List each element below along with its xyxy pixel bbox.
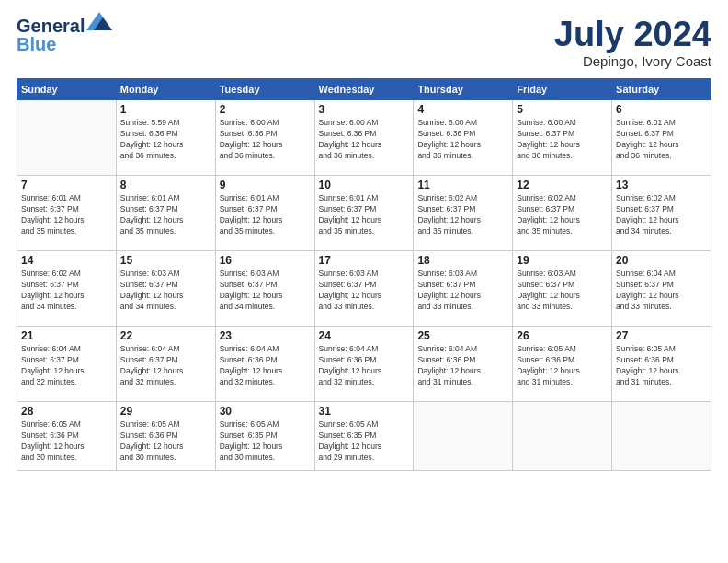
day-cell: 3Sunrise: 6:00 AM Sunset: 6:36 PM Daylig… (314, 100, 414, 176)
day-cell (414, 402, 513, 471)
day-detail: Sunrise: 6:03 AM Sunset: 6:37 PM Dayligh… (319, 269, 410, 313)
title-block: July 2024 Depingo, Ivory Coast (554, 17, 711, 69)
day-cell: 23Sunrise: 6:04 AM Sunset: 6:36 PM Dayli… (215, 327, 314, 402)
day-number: 26 (517, 329, 608, 342)
day-cell: 13Sunrise: 6:02 AM Sunset: 6:37 PM Dayli… (612, 176, 711, 251)
day-number: 3 (319, 103, 410, 116)
day-cell: 14Sunrise: 6:02 AM Sunset: 6:37 PM Dayli… (17, 251, 117, 327)
day-detail: Sunrise: 6:01 AM Sunset: 6:37 PM Dayligh… (319, 193, 410, 237)
header-cell-saturday: Saturday (612, 79, 711, 100)
day-detail: Sunrise: 6:01 AM Sunset: 6:37 PM Dayligh… (120, 193, 211, 237)
day-number: 13 (616, 178, 707, 191)
day-number: 19 (517, 254, 608, 267)
day-detail: Sunrise: 6:05 AM Sunset: 6:35 PM Dayligh… (220, 419, 311, 464)
logo-icon (86, 12, 116, 41)
calendar-body: 1Sunrise: 5:59 AM Sunset: 6:36 PM Daylig… (17, 100, 711, 471)
day-detail: Sunrise: 6:03 AM Sunset: 6:37 PM Dayligh… (220, 269, 311, 313)
day-number: 14 (21, 254, 112, 267)
day-detail: Sunrise: 6:04 AM Sunset: 6:37 PM Dayligh… (21, 344, 112, 388)
month-title: July 2024 (554, 17, 711, 52)
header-cell-tuesday: Tuesday (215, 79, 314, 100)
day-cell: 19Sunrise: 6:03 AM Sunset: 6:37 PM Dayli… (513, 251, 612, 327)
day-number: 4 (417, 103, 508, 116)
week-row-5: 28Sunrise: 6:05 AM Sunset: 6:36 PM Dayli… (17, 402, 711, 471)
day-cell: 15Sunrise: 6:03 AM Sunset: 6:37 PM Dayli… (116, 251, 215, 327)
header: GeneralBlue July 2024 Depingo, Ivory Coa… (17, 17, 711, 69)
day-cell: 28Sunrise: 6:05 AM Sunset: 6:36 PM Dayli… (17, 402, 117, 471)
day-detail: Sunrise: 6:04 AM Sunset: 6:37 PM Dayligh… (120, 344, 211, 388)
day-detail: Sunrise: 6:01 AM Sunset: 6:37 PM Dayligh… (220, 193, 311, 237)
day-number: 15 (120, 254, 211, 267)
day-number: 18 (417, 254, 508, 267)
day-cell: 16Sunrise: 6:03 AM Sunset: 6:37 PM Dayli… (215, 251, 314, 327)
day-detail: Sunrise: 6:04 AM Sunset: 6:37 PM Dayligh… (616, 269, 707, 313)
day-number: 2 (220, 103, 311, 116)
day-number: 30 (220, 405, 311, 418)
day-detail: Sunrise: 6:05 AM Sunset: 6:36 PM Dayligh… (21, 419, 112, 464)
day-number: 21 (21, 329, 112, 342)
day-number: 1 (120, 103, 211, 116)
day-number: 20 (616, 254, 707, 267)
day-cell: 12Sunrise: 6:02 AM Sunset: 6:37 PM Dayli… (513, 176, 612, 251)
day-cell: 26Sunrise: 6:05 AM Sunset: 6:36 PM Dayli… (513, 327, 612, 402)
day-detail: Sunrise: 6:04 AM Sunset: 6:36 PM Dayligh… (319, 344, 410, 388)
day-number: 27 (616, 329, 707, 342)
logo-text: GeneralBlue (17, 17, 85, 53)
day-detail: Sunrise: 6:04 AM Sunset: 6:36 PM Dayligh… (220, 344, 311, 388)
day-detail: Sunrise: 6:02 AM Sunset: 6:37 PM Dayligh… (21, 269, 112, 313)
day-detail: Sunrise: 6:01 AM Sunset: 6:37 PM Dayligh… (21, 193, 112, 237)
day-detail: Sunrise: 6:02 AM Sunset: 6:37 PM Dayligh… (417, 193, 508, 237)
day-number: 23 (220, 329, 311, 342)
day-cell (17, 100, 117, 176)
day-detail: Sunrise: 6:05 AM Sunset: 6:35 PM Dayligh… (319, 419, 410, 464)
location-title: Depingo, Ivory Coast (554, 53, 711, 69)
day-detail: Sunrise: 5:59 AM Sunset: 6:36 PM Dayligh… (120, 118, 211, 162)
week-row-4: 21Sunrise: 6:04 AM Sunset: 6:37 PM Dayli… (17, 327, 711, 402)
day-cell: 4Sunrise: 6:00 AM Sunset: 6:36 PM Daylig… (414, 100, 513, 176)
day-detail: Sunrise: 6:05 AM Sunset: 6:36 PM Dayligh… (517, 344, 608, 388)
day-cell: 25Sunrise: 6:04 AM Sunset: 6:36 PM Dayli… (414, 327, 513, 402)
day-detail: Sunrise: 6:00 AM Sunset: 6:36 PM Dayligh… (319, 118, 410, 162)
day-number: 6 (616, 103, 707, 116)
day-cell: 29Sunrise: 6:05 AM Sunset: 6:36 PM Dayli… (116, 402, 215, 471)
day-cell: 22Sunrise: 6:04 AM Sunset: 6:37 PM Dayli… (116, 327, 215, 402)
day-number: 28 (21, 405, 112, 418)
day-cell (513, 402, 612, 471)
logo: GeneralBlue (17, 17, 116, 53)
header-cell-sunday: Sunday (17, 79, 117, 100)
day-cell: 10Sunrise: 6:01 AM Sunset: 6:37 PM Dayli… (314, 176, 414, 251)
header-cell-monday: Monday (116, 79, 215, 100)
header-cell-wednesday: Wednesday (314, 79, 414, 100)
day-detail: Sunrise: 6:02 AM Sunset: 6:37 PM Dayligh… (616, 193, 707, 237)
day-number: 10 (319, 178, 410, 191)
day-detail: Sunrise: 6:04 AM Sunset: 6:36 PM Dayligh… (417, 344, 508, 388)
day-cell: 5Sunrise: 6:00 AM Sunset: 6:37 PM Daylig… (513, 100, 612, 176)
day-number: 25 (417, 329, 508, 342)
day-detail: Sunrise: 6:00 AM Sunset: 6:36 PM Dayligh… (220, 118, 311, 162)
calendar-header-row: SundayMondayTuesdayWednesdayThursdayFrid… (17, 79, 711, 100)
week-row-1: 1Sunrise: 5:59 AM Sunset: 6:36 PM Daylig… (17, 100, 711, 176)
day-cell: 18Sunrise: 6:03 AM Sunset: 6:37 PM Dayli… (414, 251, 513, 327)
day-cell: 2Sunrise: 6:00 AM Sunset: 6:36 PM Daylig… (215, 100, 314, 176)
day-cell: 8Sunrise: 6:01 AM Sunset: 6:37 PM Daylig… (116, 176, 215, 251)
day-number: 12 (517, 178, 608, 191)
day-detail: Sunrise: 6:02 AM Sunset: 6:37 PM Dayligh… (517, 193, 608, 237)
day-detail: Sunrise: 6:00 AM Sunset: 6:36 PM Dayligh… (417, 118, 508, 162)
day-cell (612, 402, 711, 471)
day-number: 16 (220, 254, 311, 267)
day-detail: Sunrise: 6:05 AM Sunset: 6:36 PM Dayligh… (120, 419, 211, 464)
week-row-3: 14Sunrise: 6:02 AM Sunset: 6:37 PM Dayli… (17, 251, 711, 327)
day-cell: 6Sunrise: 6:01 AM Sunset: 6:37 PM Daylig… (612, 100, 711, 176)
day-cell: 30Sunrise: 6:05 AM Sunset: 6:35 PM Dayli… (215, 402, 314, 471)
header-cell-thursday: Thursday (414, 79, 513, 100)
day-cell: 17Sunrise: 6:03 AM Sunset: 6:37 PM Dayli… (314, 251, 414, 327)
day-detail: Sunrise: 6:05 AM Sunset: 6:36 PM Dayligh… (616, 344, 707, 388)
day-cell: 1Sunrise: 5:59 AM Sunset: 6:36 PM Daylig… (116, 100, 215, 176)
calendar-table: SundayMondayTuesdayWednesdayThursdayFrid… (17, 78, 711, 471)
day-cell: 20Sunrise: 6:04 AM Sunset: 6:37 PM Dayli… (612, 251, 711, 327)
day-number: 11 (417, 178, 508, 191)
day-number: 7 (21, 178, 112, 191)
day-cell: 31Sunrise: 6:05 AM Sunset: 6:35 PM Dayli… (314, 402, 414, 471)
day-number: 22 (120, 329, 211, 342)
day-number: 24 (319, 329, 410, 342)
